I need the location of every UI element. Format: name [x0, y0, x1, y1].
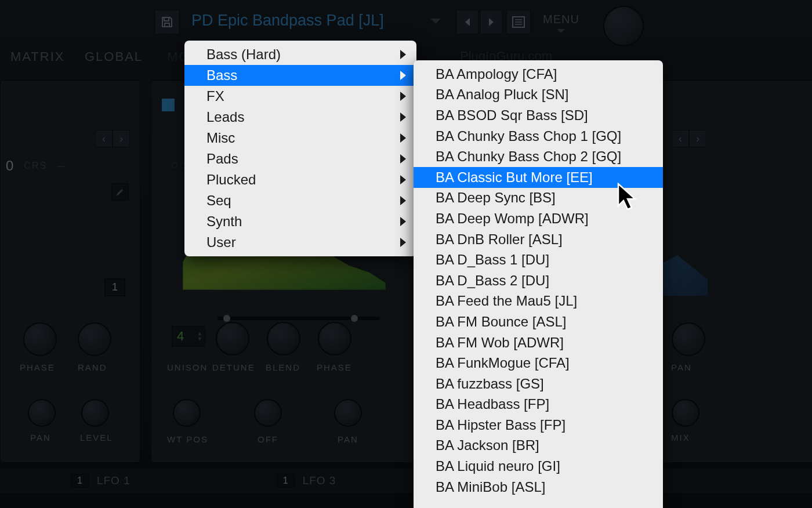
unison-label: UNISON [167, 362, 208, 372]
preset-dropdown-icon[interactable] [430, 19, 441, 24]
coarse-value[interactable]: 0 [6, 158, 13, 174]
preset-menu-item[interactable]: BA Jackson [BR] [414, 436, 663, 456]
wavetable-prev-button[interactable]: ‹ [95, 130, 113, 147]
phase-label: PHASE [20, 362, 55, 372]
coarse-label: CRS [24, 161, 47, 171]
blend-knob[interactable] [267, 322, 300, 355]
category-menu-item[interactable]: Leads [184, 107, 416, 128]
preset-prev-button[interactable] [456, 10, 478, 34]
preset-menu-item[interactable]: BA DnB Roller [ASL] [414, 229, 663, 250]
submenu-arrow-icon [400, 238, 406, 247]
category-menu-item[interactable]: User [184, 232, 416, 253]
wavetable-next-button-2[interactable]: › [689, 130, 706, 147]
detune-knob[interactable] [216, 322, 249, 355]
category-menu-item[interactable]: Synth [184, 211, 416, 232]
tab-global[interactable]: GLOBAL [73, 49, 154, 64]
preset-menu-item[interactable]: BA FunkMogue [CFA] [414, 353, 663, 373]
lfo-num-1[interactable]: 1 [71, 474, 89, 488]
submenu-arrow-icon [400, 71, 406, 80]
submenu-arrow-icon [400, 175, 406, 184]
submenu-arrow-icon [400, 196, 406, 205]
menu-button[interactable]: MENU [543, 13, 579, 26]
wt-index-box[interactable]: 1 [104, 278, 125, 296]
preset-menu-item[interactable]: BA Analog Pluck [SN] [414, 85, 663, 106]
off-label: OFF [258, 434, 278, 444]
chevron-right-icon [487, 17, 495, 27]
list-icon [512, 16, 525, 28]
wavetable-nav-right: ‹ › [672, 130, 706, 147]
rand-label: RAND [78, 362, 107, 372]
pan-label-2: PAN [338, 434, 358, 444]
mix-label: MIX [671, 433, 690, 442]
osc-enable-toggle[interactable] [162, 99, 175, 111]
rand-knob[interactable] [78, 322, 111, 356]
save-button[interactable] [155, 10, 179, 34]
pan-label-3: PAN [671, 362, 692, 372]
mix-knob[interactable] [672, 399, 699, 427]
pan-label: PAN [30, 433, 51, 442]
category-menu: Bass (Hard)BassFXLeadsMiscPadsPluckedSeq… [184, 41, 416, 256]
master-knob[interactable] [603, 6, 644, 46]
slider-handle[interactable] [223, 315, 230, 322]
pencil-icon [115, 187, 125, 197]
menu-caret-icon [557, 29, 565, 33]
submenu-arrow-icon [400, 217, 406, 226]
wavetable-nav-left: ‹ › [95, 130, 130, 147]
level-knob[interactable] [81, 399, 109, 427]
preset-next-button[interactable] [480, 10, 502, 34]
chevron-left-icon [463, 17, 472, 27]
preset-menu-item[interactable]: BA FM Bounce [ASL] [414, 311, 663, 332]
slider-handle[interactable] [351, 315, 358, 322]
preset-menu-item[interactable]: BA BSOD Sqr Bass [SD] [414, 105, 663, 126]
pan-knob-2[interactable] [334, 399, 362, 427]
preset-menu-item[interactable]: BA Ampology [CFA] [414, 64, 663, 85]
phase-knob[interactable] [23, 322, 57, 356]
category-menu-item[interactable]: FX [184, 86, 416, 107]
preset-menu-item[interactable]: BA Headbass [FP] [414, 394, 663, 415]
wtpos-knob[interactable] [173, 399, 201, 427]
category-menu-item[interactable]: Bass (Hard) [184, 44, 416, 65]
preset-menu-item[interactable]: BA MiniBob [ASL] [414, 477, 663, 498]
unison-arrows[interactable]: ▲▼ [197, 331, 202, 342]
wavetable-next-button[interactable]: › [113, 130, 130, 147]
category-menu-item[interactable]: Seq [184, 190, 416, 211]
lfo-bar: 1 LFO 1 1 LFO 3 [0, 469, 812, 493]
phase-label-2: PHASE [317, 362, 352, 372]
lfo-tab-3[interactable]: LFO 3 [303, 474, 336, 487]
category-menu-item[interactable]: Pads [184, 148, 416, 169]
preset-menu-item[interactable]: BA Chunky Bass Chop 1 [GQ] [414, 126, 663, 147]
submenu-arrow-icon [400, 154, 406, 164]
param-row: 0 CRS -- [6, 158, 65, 174]
phase-knob-2[interactable] [318, 322, 351, 355]
category-menu-item[interactable]: Misc [184, 128, 416, 148]
blend-label: BLEND [266, 362, 300, 372]
preset-menu-item[interactable]: BA FM Wob [ADWR] [414, 332, 663, 353]
lfo-num-2[interactable]: 1 [277, 474, 295, 488]
preset-menu-item[interactable]: BA Hipster Bass [FP] [414, 415, 663, 436]
unison-value: 4 [172, 329, 188, 344]
save-icon [160, 15, 174, 29]
fine-value[interactable]: -- [57, 159, 65, 173]
unison-spinner[interactable]: 4 ▲▼ [172, 326, 205, 347]
category-menu-item[interactable]: Bass [184, 65, 416, 86]
preset-name[interactable]: PD Epic Bandpass Pad [JL] [191, 12, 384, 30]
preset-menu-item[interactable]: BA fuzzbass [GS] [414, 373, 663, 394]
off-knob[interactable] [254, 399, 282, 427]
tab-matrix[interactable]: MATRIX [0, 49, 76, 64]
preset-menu-item[interactable]: BA Chunky Bass Chop 2 [GQ] [414, 146, 663, 167]
browser-button[interactable] [506, 10, 531, 34]
lfo-tab-1[interactable]: LFO 1 [97, 474, 130, 487]
preset-menu-item[interactable]: BA Feed the Mau5 [JL] [414, 291, 663, 312]
preset-menu-item[interactable]: BA D_Bass 1 [DU] [414, 249, 663, 270]
wtpos-label: WT POS [167, 434, 208, 444]
slider-track[interactable] [217, 317, 380, 320]
preset-menu-item[interactable]: BA D_Bass 2 [DU] [414, 270, 663, 291]
pan-knob-3[interactable] [672, 322, 705, 356]
submenu-arrow-icon [400, 113, 406, 122]
pan-knob[interactable] [28, 399, 56, 427]
wavetable-prev-button-2[interactable]: ‹ [672, 130, 689, 147]
edit-button[interactable] [111, 183, 129, 201]
category-menu-item[interactable]: Plucked [184, 169, 416, 190]
level-label: LEVEL [80, 433, 113, 442]
preset-menu-item[interactable]: BA Liquid neuro [GI] [414, 456, 663, 477]
